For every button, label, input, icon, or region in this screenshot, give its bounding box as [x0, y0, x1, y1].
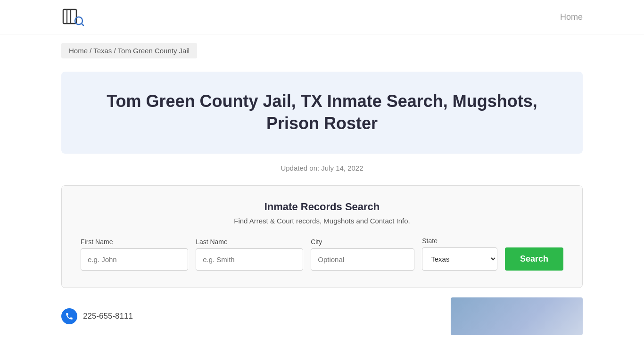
search-card: Inmate Records Search Find Arrest & Cour… [61, 185, 583, 288]
nav-home-link[interactable]: Home [560, 12, 583, 22]
breadcrumb: Home / Texas / Tom Green County Jail [61, 43, 197, 58]
main-nav: Home [560, 12, 583, 22]
breadcrumb-sep2: / [114, 47, 116, 55]
page-title: Tom Green County Jail, TX Inmate Search,… [90, 90, 554, 135]
search-form: First Name Last Name City State AlabamaA… [81, 237, 563, 271]
phone-number: 225-655-8111 [83, 312, 133, 321]
logo [61, 8, 84, 26]
breadcrumb-wrap: Home / Texas / Tom Green County Jail [0, 34, 644, 58]
city-label: City [311, 238, 414, 246]
first-name-group: First Name [81, 238, 188, 271]
updated-date: Updated on: July 14, 2022 [0, 164, 644, 172]
phone-icon [65, 312, 74, 321]
search-button[interactable]: Search [505, 247, 563, 271]
last-name-group: Last Name [196, 238, 303, 271]
state-select[interactable]: AlabamaAlaskaArizonaArkansasCaliforniaCo… [422, 247, 497, 271]
header: Home [0, 0, 644, 34]
phone-icon-circle [61, 308, 77, 324]
state-label: State [422, 237, 497, 245]
jail-image [451, 297, 583, 335]
breadcrumb-jail: Tom Green County Jail [118, 47, 190, 55]
bottom-strip: 225-655-8111 [0, 288, 644, 335]
breadcrumb-home[interactable]: Home [69, 47, 88, 55]
search-card-subtitle: Find Arrest & Court records, Mugshots an… [81, 217, 563, 225]
city-input[interactable] [311, 248, 414, 271]
state-group: State AlabamaAlaskaArizonaArkansasCalifo… [422, 237, 497, 271]
jail-logo-icon [61, 8, 84, 26]
city-group: City [311, 238, 414, 271]
breadcrumb-sep1: / [90, 47, 91, 55]
first-name-input[interactable] [81, 248, 188, 271]
breadcrumb-state[interactable]: Texas [93, 47, 112, 55]
svg-line-4 [82, 24, 83, 25]
first-name-label: First Name [81, 238, 188, 246]
last-name-input[interactable] [196, 248, 303, 271]
last-name-label: Last Name [196, 238, 303, 246]
hero-banner: Tom Green County Jail, TX Inmate Search,… [61, 72, 583, 154]
search-card-title: Inmate Records Search [81, 201, 563, 213]
svg-rect-0 [63, 9, 76, 24]
